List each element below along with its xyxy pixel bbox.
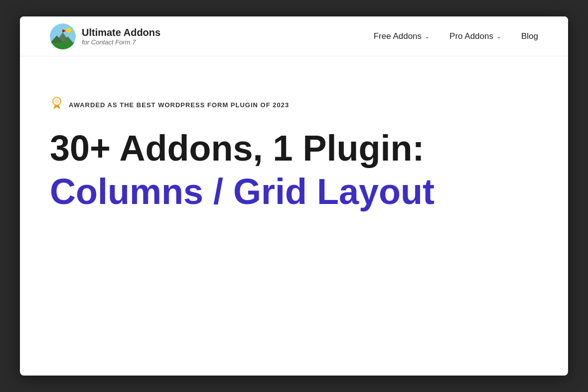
nav-blog[interactable]: Blog bbox=[521, 31, 538, 41]
logo-title: Ultimate Addons bbox=[82, 26, 160, 38]
outer-wrapper: Ultimate Addons for Contact Form 7 Free … bbox=[0, 0, 588, 392]
svg-point-2 bbox=[66, 28, 71, 33]
main-content: AWARDED AS THE BEST WORDPRESS FORM PLUGI… bbox=[20, 56, 568, 241]
award-badge: AWARDED AS THE BEST WORDPRESS FORM PLUGI… bbox=[50, 96, 538, 114]
free-addons-label: Free Addons bbox=[374, 31, 422, 41]
blog-label: Blog bbox=[521, 31, 538, 41]
award-ribbon-icon bbox=[50, 96, 64, 114]
pro-addons-label: Pro Addons bbox=[449, 31, 493, 41]
award-text: AWARDED AS THE BEST WORDPRESS FORM PLUGI… bbox=[69, 101, 289, 109]
free-addons-chevron-icon: ⌄ bbox=[425, 33, 430, 40]
browser-frame: Ultimate Addons for Contact Form 7 Free … bbox=[20, 16, 568, 376]
logo-subtitle: for Contact Form 7 bbox=[82, 38, 160, 46]
svg-rect-6 bbox=[50, 42, 76, 49]
svg-point-11 bbox=[54, 99, 59, 104]
pro-addons-chevron-icon: ⌄ bbox=[496, 33, 501, 40]
hero-heading-line2: Columns / Grid Layout bbox=[50, 172, 538, 211]
navbar: Ultimate Addons for Contact Form 7 Free … bbox=[20, 16, 568, 56]
logo-area[interactable]: Ultimate Addons for Contact Form 7 bbox=[50, 23, 160, 49]
hero-heading-line1: 30+ Addons, 1 Plugin: bbox=[50, 129, 538, 168]
logo-icon bbox=[50, 23, 76, 49]
logo-text: Ultimate Addons for Contact Form 7 bbox=[82, 26, 160, 46]
nav-pro-addons[interactable]: Pro Addons ⌄ bbox=[449, 31, 501, 41]
nav-free-addons[interactable]: Free Addons ⌄ bbox=[374, 31, 430, 41]
nav-links: Free Addons ⌄ Pro Addons ⌄ Blog bbox=[374, 31, 538, 41]
